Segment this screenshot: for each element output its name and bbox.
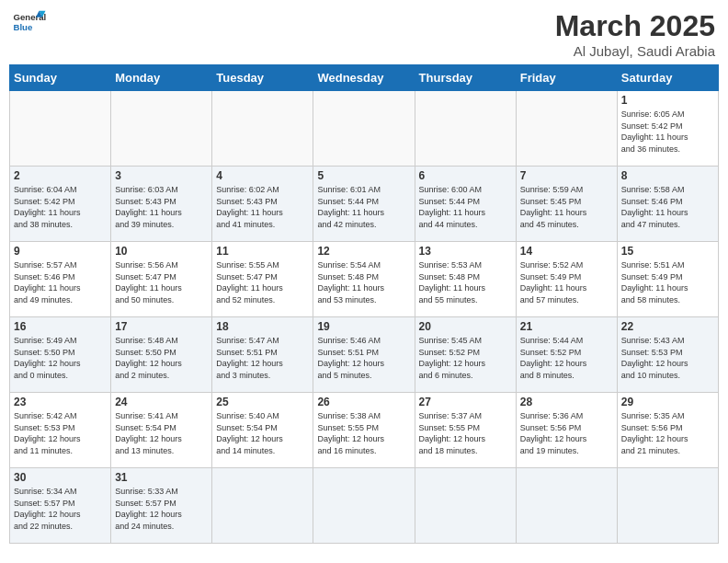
- day-number: 31: [115, 471, 208, 484]
- day-info: Sunrise: 5:49 AM Sunset: 5:50 PM Dayligh…: [14, 335, 107, 381]
- calendar-cell: 20Sunrise: 5:45 AM Sunset: 5:52 PM Dayli…: [415, 317, 516, 393]
- calendar-cell: 2Sunrise: 6:04 AM Sunset: 5:42 PM Daylig…: [10, 167, 111, 242]
- calendar-cell: [212, 468, 313, 544]
- calendar-week-row: 9Sunrise: 5:57 AM Sunset: 5:46 PM Daylig…: [10, 242, 719, 317]
- calendar-cell: 1Sunrise: 6:05 AM Sunset: 5:42 PM Daylig…: [617, 91, 718, 167]
- day-number: 19: [317, 320, 410, 333]
- calendar-cell: 22Sunrise: 5:43 AM Sunset: 5:53 PM Dayli…: [617, 317, 718, 393]
- day-info: Sunrise: 6:05 AM Sunset: 5:42 PM Dayligh…: [621, 109, 714, 155]
- day-number: 29: [621, 396, 714, 408]
- logo: General Blue: [13, 9, 46, 35]
- day-info: Sunrise: 5:57 AM Sunset: 5:46 PM Dayligh…: [14, 259, 107, 305]
- day-info: Sunrise: 5:54 AM Sunset: 5:48 PM Dayligh…: [317, 259, 410, 305]
- day-number: 30: [14, 471, 107, 484]
- day-number: 6: [419, 169, 512, 182]
- day-info: Sunrise: 6:04 AM Sunset: 5:42 PM Dayligh…: [14, 184, 107, 230]
- day-number: 27: [419, 396, 512, 408]
- header-day-sunday: Sunday: [10, 65, 111, 91]
- calendar-cell: 28Sunrise: 5:36 AM Sunset: 5:56 PM Dayli…: [516, 393, 617, 468]
- day-info: Sunrise: 6:02 AM Sunset: 5:43 PM Dayligh…: [216, 184, 309, 230]
- calendar-cell: 29Sunrise: 5:35 AM Sunset: 5:56 PM Dayli…: [617, 393, 718, 468]
- day-number: 20: [419, 320, 512, 333]
- day-number: 12: [317, 245, 410, 258]
- calendar-cell: 16Sunrise: 5:49 AM Sunset: 5:50 PM Dayli…: [10, 317, 111, 393]
- day-number: 18: [216, 320, 309, 333]
- calendar-week-row: 1Sunrise: 6:05 AM Sunset: 5:42 PM Daylig…: [10, 91, 719, 167]
- day-number: 1: [621, 94, 714, 107]
- calendar-cell: 7Sunrise: 5:59 AM Sunset: 5:45 PM Daylig…: [516, 167, 617, 242]
- day-number: 8: [621, 169, 714, 182]
- day-number: 22: [621, 320, 714, 333]
- calendar-cell: [212, 91, 313, 167]
- day-info: Sunrise: 5:46 AM Sunset: 5:51 PM Dayligh…: [317, 335, 410, 381]
- day-number: 10: [115, 245, 208, 258]
- calendar-cell: [617, 468, 718, 544]
- page-header: General Blue March 2025 Al Jubayl, Saudi…: [9, 9, 719, 59]
- calendar-cell: 25Sunrise: 5:40 AM Sunset: 5:54 PM Dayli…: [212, 393, 313, 468]
- calendar-cell: 4Sunrise: 6:02 AM Sunset: 5:43 PM Daylig…: [212, 167, 313, 242]
- calendar-cell: 26Sunrise: 5:38 AM Sunset: 5:55 PM Dayli…: [313, 393, 415, 468]
- day-number: 5: [317, 169, 410, 182]
- day-info: Sunrise: 5:42 AM Sunset: 5:53 PM Dayligh…: [14, 410, 107, 456]
- calendar-cell: [516, 91, 617, 167]
- calendar-cell: 8Sunrise: 5:58 AM Sunset: 5:46 PM Daylig…: [617, 167, 718, 242]
- header-day-tuesday: Tuesday: [212, 65, 313, 91]
- day-info: Sunrise: 5:40 AM Sunset: 5:54 PM Dayligh…: [216, 410, 309, 456]
- day-number: 13: [419, 245, 512, 258]
- calendar-cell: [516, 468, 617, 544]
- day-info: Sunrise: 5:44 AM Sunset: 5:52 PM Dayligh…: [520, 335, 613, 381]
- day-info: Sunrise: 5:41 AM Sunset: 5:54 PM Dayligh…: [115, 410, 208, 456]
- calendar-week-row: 30Sunrise: 5:34 AM Sunset: 5:57 PM Dayli…: [10, 468, 719, 544]
- day-number: 28: [520, 396, 613, 408]
- month-title: March 2025: [555, 9, 715, 43]
- calendar-cell: 11Sunrise: 5:55 AM Sunset: 5:47 PM Dayli…: [212, 242, 313, 317]
- title-block: March 2025 Al Jubayl, Saudi Arabia: [555, 9, 715, 59]
- day-number: 26: [317, 396, 410, 408]
- day-info: Sunrise: 5:33 AM Sunset: 5:57 PM Dayligh…: [115, 486, 208, 532]
- calendar-cell: 23Sunrise: 5:42 AM Sunset: 5:53 PM Dayli…: [10, 393, 111, 468]
- day-number: 2: [14, 169, 107, 182]
- generalblue-logo-icon: General Blue: [13, 9, 46, 35]
- header-day-monday: Monday: [111, 65, 212, 91]
- calendar-cell: 14Sunrise: 5:52 AM Sunset: 5:49 PM Dayli…: [516, 242, 617, 317]
- calendar-cell: 13Sunrise: 5:53 AM Sunset: 5:48 PM Dayli…: [415, 242, 516, 317]
- calendar-cell: [10, 91, 111, 167]
- calendar-cell: 9Sunrise: 5:57 AM Sunset: 5:46 PM Daylig…: [10, 242, 111, 317]
- header-day-friday: Friday: [516, 65, 617, 91]
- day-number: 21: [520, 320, 613, 333]
- day-info: Sunrise: 5:59 AM Sunset: 5:45 PM Dayligh…: [520, 184, 613, 230]
- calendar-cell: [415, 468, 516, 544]
- day-info: Sunrise: 6:01 AM Sunset: 5:44 PM Dayligh…: [317, 184, 410, 230]
- day-number: 11: [216, 245, 309, 258]
- calendar-cell: 19Sunrise: 5:46 AM Sunset: 5:51 PM Dayli…: [313, 317, 415, 393]
- calendar-cell: 31Sunrise: 5:33 AM Sunset: 5:57 PM Dayli…: [111, 468, 212, 544]
- day-number: 3: [115, 169, 208, 182]
- calendar-cell: 30Sunrise: 5:34 AM Sunset: 5:57 PM Dayli…: [10, 468, 111, 544]
- calendar-header: SundayMondayTuesdayWednesdayThursdayFrid…: [10, 65, 719, 91]
- day-info: Sunrise: 6:03 AM Sunset: 5:43 PM Dayligh…: [115, 184, 208, 230]
- calendar-cell: [313, 468, 415, 544]
- day-info: Sunrise: 5:52 AM Sunset: 5:49 PM Dayligh…: [520, 259, 613, 305]
- day-info: Sunrise: 5:35 AM Sunset: 5:56 PM Dayligh…: [621, 410, 714, 456]
- calendar-cell: 5Sunrise: 6:01 AM Sunset: 5:44 PM Daylig…: [313, 167, 415, 242]
- day-info: Sunrise: 5:34 AM Sunset: 5:57 PM Dayligh…: [14, 486, 107, 532]
- day-number: 17: [115, 320, 208, 333]
- day-number: 9: [14, 245, 107, 258]
- header-row: SundayMondayTuesdayWednesdayThursdayFrid…: [10, 65, 719, 91]
- header-day-thursday: Thursday: [415, 65, 516, 91]
- day-number: 7: [520, 169, 613, 182]
- day-info: Sunrise: 5:38 AM Sunset: 5:55 PM Dayligh…: [317, 410, 410, 456]
- day-info: Sunrise: 5:58 AM Sunset: 5:46 PM Dayligh…: [621, 184, 714, 230]
- calendar-week-row: 2Sunrise: 6:04 AM Sunset: 5:42 PM Daylig…: [10, 167, 719, 242]
- calendar-cell: [111, 91, 212, 167]
- calendar-cell: 21Sunrise: 5:44 AM Sunset: 5:52 PM Dayli…: [516, 317, 617, 393]
- day-info: Sunrise: 6:00 AM Sunset: 5:44 PM Dayligh…: [419, 184, 512, 230]
- calendar-cell: 15Sunrise: 5:51 AM Sunset: 5:49 PM Dayli…: [617, 242, 718, 317]
- day-info: Sunrise: 5:47 AM Sunset: 5:51 PM Dayligh…: [216, 335, 309, 381]
- calendar-cell: [313, 91, 415, 167]
- calendar-week-row: 23Sunrise: 5:42 AM Sunset: 5:53 PM Dayli…: [10, 393, 719, 468]
- calendar-cell: 10Sunrise: 5:56 AM Sunset: 5:47 PM Dayli…: [111, 242, 212, 317]
- calendar-cell: 17Sunrise: 5:48 AM Sunset: 5:50 PM Dayli…: [111, 317, 212, 393]
- calendar-cell: 3Sunrise: 6:03 AM Sunset: 5:43 PM Daylig…: [111, 167, 212, 242]
- location-subtitle: Al Jubayl, Saudi Arabia: [555, 43, 715, 59]
